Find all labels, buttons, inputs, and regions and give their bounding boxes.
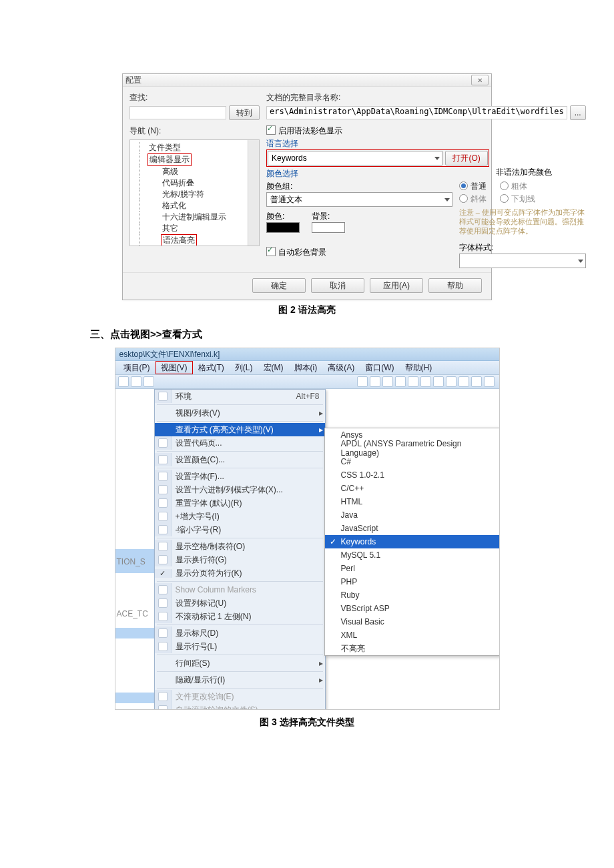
highlight-submenu: Ansys APDL (ANSYS Parametric Design Lang…	[324, 428, 499, 656]
sub-item[interactable]: VBScript ASP	[325, 602, 499, 615]
menu-item-decfont[interactable]: -缩小字号(R)	[155, 523, 325, 536]
menu-item-linespace[interactable]: 行间距(S)▸	[155, 657, 325, 670]
color-sel-label: 颜色选择	[266, 168, 489, 179]
menu-item-hideline[interactable]: 隐藏/显示行(I)▸	[155, 673, 325, 687]
tree-item[interactable]: 光标/脱字符	[133, 189, 258, 200]
sub-item-none[interactable]: 不高亮	[325, 642, 499, 655]
menu-item-showlf[interactable]: 显示换行符(G)	[155, 553, 325, 566]
chevron-down-icon	[578, 260, 583, 263]
toolbar-icon[interactable]	[420, 376, 431, 387]
toolbar-icon[interactable]	[484, 376, 495, 387]
menu-columns[interactable]: 列(L)	[230, 361, 258, 374]
menu-project[interactable]: 项目(P)	[118, 361, 156, 374]
toolbar-icon[interactable]	[118, 376, 129, 387]
toolbar-icon[interactable]	[395, 376, 406, 387]
fg-color-swatch[interactable]	[266, 222, 300, 233]
sub-item[interactable]: Perl	[325, 562, 499, 575]
radio-bold[interactable]: 粗体	[500, 181, 527, 192]
showspace-icon	[158, 542, 168, 551]
toolbar-icon[interactable]	[471, 376, 482, 387]
paragraph-icon	[158, 555, 168, 564]
tree-item[interactable]: 代码折叠	[133, 177, 258, 189]
find-input[interactable]	[129, 106, 226, 119]
auto-bg-checkbox[interactable]: 自动彩色背景	[266, 247, 452, 258]
menu-item-setcolor[interactable]: 设置颜色(C)...	[155, 453, 325, 466]
menu-window[interactable]: 窗口(W)	[360, 361, 399, 374]
sub-item-keywords[interactable]: ✓Keywords	[325, 535, 499, 548]
help-button[interactable]: 帮助	[428, 278, 482, 293]
menu-item-setpage[interactable]: 设置代码页...	[155, 436, 325, 450]
tree-item[interactable]: 语法高亮	[133, 234, 258, 246]
menu-advanced[interactable]: 高级(A)	[322, 361, 360, 374]
color-group-dropdown[interactable]: 普通文本	[266, 192, 452, 207]
sub-item[interactable]: JavaScript	[325, 522, 499, 535]
check-icon: ✓	[328, 537, 338, 546]
toolbar-icon[interactable]	[357, 376, 368, 387]
open-button[interactable]: 打开(O)	[445, 151, 487, 165]
sub-item[interactable]: Visual Basic	[325, 615, 499, 628]
toolbar-icon[interactable]	[458, 376, 469, 387]
menu-item-showln[interactable]: 显示行号(L)	[155, 640, 325, 653]
menu-item-showspace[interactable]: 显示空格/制表符(O)	[155, 540, 325, 553]
sub-item[interactable]: MySQL 5.1	[325, 548, 499, 562]
radio-italic[interactable]: 斜体	[459, 193, 487, 205]
menu-item-sethexfont[interactable]: 设置十六进制/列模式字体(X)...	[155, 483, 325, 496]
toolbar-icon[interactable]	[131, 376, 141, 387]
nav-tree[interactable]: 文件类型 编辑器显示 高级 代码折叠 光标/脱字符 格式化 十六进制编辑显示 其…	[129, 139, 260, 246]
menu-item-setfont[interactable]: 设置字体(F)...	[155, 470, 325, 483]
goto-button[interactable]: 转到	[229, 105, 260, 120]
sub-item[interactable]: Ruby	[325, 588, 499, 602]
color-group-label: 颜色组:	[266, 181, 452, 192]
sub-item[interactable]: Java	[325, 508, 499, 522]
sub-item[interactable]: XML	[325, 628, 499, 642]
find-label: 查找:	[129, 92, 260, 103]
sub-item[interactable]: APDL (ANSYS Parametric Design Language)	[325, 442, 499, 455]
sub-item[interactable]: HTML	[325, 495, 499, 508]
menu-item-ruler[interactable]: 显示标尺(D)	[155, 626, 325, 640]
color-label: 颜色:	[266, 211, 284, 221]
cancel-button[interactable]: 取消	[311, 278, 364, 293]
toolbar-icon[interactable]	[370, 376, 380, 387]
menu-item-env[interactable]: 环境Alt+F8	[155, 390, 325, 403]
menu-help[interactable]: 帮助(H)	[400, 361, 438, 374]
font-style-dropdown[interactable]	[459, 254, 586, 268]
tree-item[interactable]: 格式化	[133, 200, 258, 211]
menu-item-setcolm[interactable]: 设置列标记(U)	[155, 596, 325, 610]
ruler-icon	[158, 628, 168, 638]
radio-strike[interactable]: 下划线	[500, 193, 535, 205]
enable-syntax-checkbox[interactable]: 启用语法彩色显示	[266, 125, 586, 137]
menu-item-incfont[interactable]: +增大字号(I)	[155, 510, 325, 523]
sub-item[interactable]: PHP	[325, 575, 499, 588]
toolbar-icon[interactable]	[408, 376, 418, 387]
tree-item[interactable]: 其它	[133, 223, 258, 234]
toolbar-icon[interactable]	[433, 376, 444, 387]
tree-item[interactable]: 文件类型	[133, 142, 258, 153]
sub-item[interactable]: CSS 1.0-2.1	[325, 468, 499, 482]
ok-button[interactable]: 确定	[252, 278, 306, 293]
menu-item-resetfont[interactable]: 重置字体 (默认)(R)	[155, 496, 325, 510]
lang-dropdown[interactable]: Keywords	[268, 151, 442, 165]
codepage-icon	[158, 438, 168, 448]
menu-format[interactable]: 格式(T)	[193, 361, 230, 374]
menu-item-noscroll[interactable]: 不滚动标记 1 左侧(N)	[155, 610, 325, 623]
menu-macro[interactable]: 宏(M)	[258, 361, 289, 374]
tree-item[interactable]: 高级	[133, 166, 258, 177]
sub-item[interactable]: C/C++	[325, 482, 499, 495]
toolbar-icon[interactable]	[143, 376, 154, 387]
apply-button[interactable]: 应用(A)	[370, 278, 423, 293]
toolbar-icon[interactable]	[382, 376, 393, 387]
path-input[interactable]: ers\Administrator\AppData\Roaming\IDMCom…	[266, 106, 567, 119]
sub-item[interactable]: C#	[325, 455, 499, 468]
menu-item-viewmode[interactable]: 查看方式 (高亮文件类型)(V)▸	[155, 423, 325, 436]
browse-button[interactable]: ...	[570, 105, 586, 120]
toolbar-icon[interactable]	[446, 376, 456, 387]
tree-item[interactable]: 编辑器显示	[133, 153, 258, 166]
menu-script[interactable]: 脚本(i)	[289, 361, 323, 374]
menu-item-showff[interactable]: 显示分页符为行(K)	[155, 566, 325, 580]
menu-item-viewlist[interactable]: 视图/列表(V)▸	[155, 406, 325, 420]
radio-normal[interactable]: 普通	[459, 181, 487, 192]
close-icon[interactable]: ✕	[471, 75, 489, 85]
tree-item[interactable]: 十六进制编辑显示	[133, 211, 258, 223]
bg-color-swatch[interactable]	[312, 222, 345, 233]
menu-view[interactable]: 视图(V)	[156, 361, 193, 374]
